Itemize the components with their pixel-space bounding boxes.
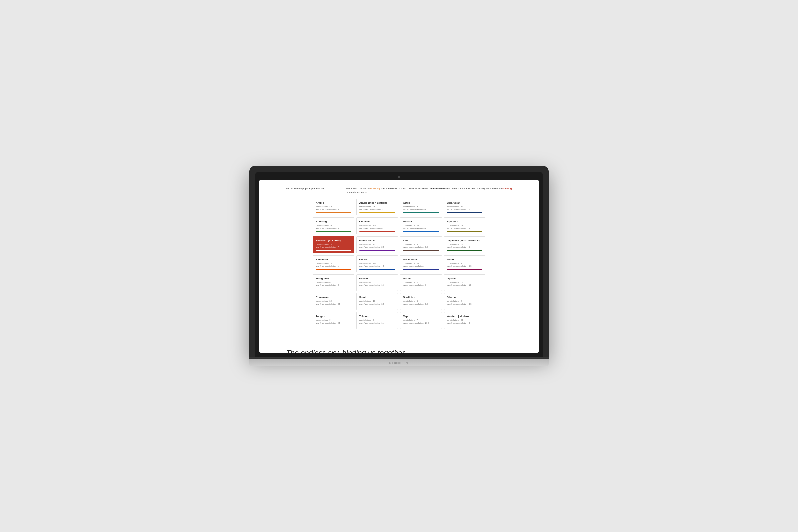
culture-constellations: constellations · 388 — [359, 224, 395, 227]
culture-card[interactable]: Maoriconstellations · 8avg. # per conste… — [444, 255, 486, 272]
culture-card[interactable]: Boorongconstellations · 38avg. # per con… — [312, 217, 355, 234]
culture-name: Tongan — [316, 315, 352, 318]
culture-avg: avg. # per constellation · 6 — [403, 208, 439, 211]
culture-card[interactable]: Chineseconstellations · 388avg. # per co… — [357, 217, 398, 234]
culture-name: Tukano — [359, 315, 395, 318]
culture-color-bar — [316, 231, 352, 232]
culture-constellations: constellations · 3 — [359, 319, 395, 321]
culture-avg: avg. # per constellation · 1 — [316, 265, 352, 267]
culture-constellations: constellations · 9 — [316, 319, 352, 321]
click-link[interactable]: clicking — [502, 187, 512, 190]
culture-avg: avg. # per constellation · 5 — [447, 246, 483, 248]
culture-card[interactable]: Mongolianconstellations · 4avg. # per co… — [312, 274, 355, 291]
culture-card[interactable]: Inuitconstellations · 9avg. # per conste… — [400, 236, 442, 253]
culture-name: Ojibwe — [447, 277, 483, 280]
culture-card[interactable]: Macedonianconstellations · 13avg. # per … — [400, 255, 442, 272]
culture-name: Norse — [403, 277, 439, 280]
culture-constellations: constellations · 13 — [403, 224, 439, 227]
culture-constellations: constellations · 10 — [359, 300, 395, 302]
culture-card[interactable]: Arabic (Moon Stations)constellations · 2… — [357, 199, 398, 216]
culture-card[interactable]: Western | Modernconstellations · 88avg. … — [444, 312, 486, 329]
culture-card[interactable]: Indian Vedicconstellations · 28avg. # pe… — [357, 236, 398, 253]
culture-card[interactable]: Ojibweconstellations · 10avg. # per cons… — [444, 274, 486, 291]
culture-constellations: constellations · 29 — [447, 224, 483, 227]
culture-constellations: constellations · 7 — [403, 319, 439, 321]
culture-card[interactable]: Arabicconstellations · 49avg. # per cons… — [312, 199, 355, 216]
culture-constellations: constellations · 6 — [359, 281, 395, 284]
laptop-base: MacBook Pro — [249, 359, 549, 366]
culture-name: Sardinian — [403, 296, 439, 299]
culture-card[interactable]: Sardinianconstellations · 5avg. # per co… — [400, 293, 442, 310]
intro-left: and extremely popular planetarium. — [286, 187, 339, 194]
culture-constellations: constellations · 10 — [447, 281, 483, 284]
intro-right: about each culture by hovering over the … — [346, 187, 512, 194]
culture-name: Japanese (Moon Stations) — [447, 239, 483, 242]
culture-card[interactable]: Kamilaroiconstellations · 13avg. # per c… — [312, 255, 355, 272]
culture-card[interactable]: Koreanconstellations · 272avg. # per con… — [357, 255, 398, 272]
culture-color-bar — [359, 250, 395, 251]
culture-name: Sami — [359, 296, 395, 299]
culture-card[interactable]: Tonganconstellations · 9avg. # per const… — [312, 312, 355, 329]
culture-name: Boorong — [316, 220, 352, 223]
culture-constellations: constellations · 49 — [316, 206, 352, 208]
culture-name: Hawaiian (Starlines) — [316, 239, 352, 242]
culture-card[interactable]: Japanese (Moon Stations)constellations ·… — [444, 236, 486, 253]
culture-card[interactable]: Tukanoconstellations · 3avg. # per const… — [357, 312, 398, 329]
culture-color-bar — [447, 250, 483, 251]
culture-constellations: constellations · 13 — [316, 262, 352, 265]
culture-avg: avg. # per constellation · 9 — [447, 227, 483, 230]
culture-color-bar — [447, 288, 483, 288]
culture-constellations: constellations · 28 — [359, 206, 395, 208]
culture-color-bar — [403, 231, 439, 232]
culture-name: Western | Modern — [447, 315, 483, 318]
laptop-hinge-top — [249, 357, 549, 359]
culture-name: Dakota — [403, 220, 439, 223]
culture-avg: avg. # per constellation · 8 — [316, 284, 352, 286]
culture-constellations: constellations · 8 — [403, 206, 439, 208]
culture-card[interactable]: Dakotaconstellations · 13avg. # per cons… — [400, 217, 442, 234]
culture-card[interactable]: Belarusianconstellations · 20avg. # per … — [444, 199, 486, 216]
macbook-label: MacBook Pro — [389, 361, 408, 364]
culture-name: Macedonian — [403, 258, 439, 261]
culture-avg: avg. # per constellation · 3.5 — [359, 303, 395, 305]
culture-name: Tupi — [403, 315, 439, 318]
culture-card[interactable]: Egyptianconstellations · 29avg. # per co… — [444, 217, 486, 234]
culture-avg: avg. # per constellation · 8 — [447, 322, 483, 324]
culture-name: Kamilaroi — [316, 258, 352, 261]
culture-color-bar — [447, 231, 483, 232]
page-content: and extremely popular planetarium. about… — [259, 180, 539, 336]
culture-constellations: constellations · 38 — [316, 224, 352, 227]
culture-name: Arabic — [316, 202, 352, 205]
culture-card[interactable]: Romanianconstellations · 39avg. # per co… — [312, 293, 355, 310]
hover-link[interactable]: hovering — [370, 187, 380, 190]
culture-color-bar — [447, 212, 483, 213]
culture-avg: avg. # per constellation · 4 — [403, 265, 439, 267]
culture-card[interactable]: Tupiconstellations · 7avg. # per constel… — [400, 312, 442, 329]
culture-constellations: constellations · 28 — [359, 243, 395, 246]
culture-name: Maori — [447, 258, 483, 261]
culture-card[interactable]: Aztecconstellations · 8avg. # per conste… — [400, 199, 442, 216]
culture-name: Navajo — [359, 277, 395, 280]
culture-color-bar — [316, 212, 352, 213]
culture-avg: avg. # per constellation · 20.5 — [403, 322, 439, 324]
culture-card[interactable]: Samiconstellations · 10avg. # per conste… — [357, 293, 398, 310]
culture-avg: avg. # per constellation · 8 — [447, 208, 483, 211]
culture-constellations: constellations · 272 — [359, 262, 395, 265]
culture-avg: avg. # per constellation · 3.5 — [403, 246, 439, 248]
bottom-title: The endless sky, binding us together — [286, 349, 512, 353]
culture-avg: avg. # per constellation · 16 — [359, 284, 395, 286]
culture-color-bar — [316, 288, 352, 288]
culture-name: Romanian — [316, 296, 352, 299]
culture-color-bar — [403, 212, 439, 213]
culture-color-bar — [359, 269, 395, 270]
culture-card[interactable]: Norseconstellations · 6avg. # per conste… — [400, 274, 442, 291]
culture-avg: avg. # per constellation · 4.5 — [316, 322, 352, 324]
culture-card[interactable]: Navajoconstellations · 6avg. # per const… — [357, 274, 398, 291]
culture-avg: avg. # per constellation · 8.5 — [403, 227, 439, 230]
culture-color-bar — [359, 307, 395, 307]
culture-color-bar — [316, 307, 352, 307]
culture-constellations: constellations · 26 — [447, 243, 483, 246]
culture-avg: avg. # per constellation · 6.5 — [447, 303, 483, 305]
culture-card[interactable]: Siberianconstellations · 2avg. # per con… — [444, 293, 486, 310]
culture-card[interactable]: Hawaiian (Starlines)constellations · 13a… — [312, 236, 355, 253]
